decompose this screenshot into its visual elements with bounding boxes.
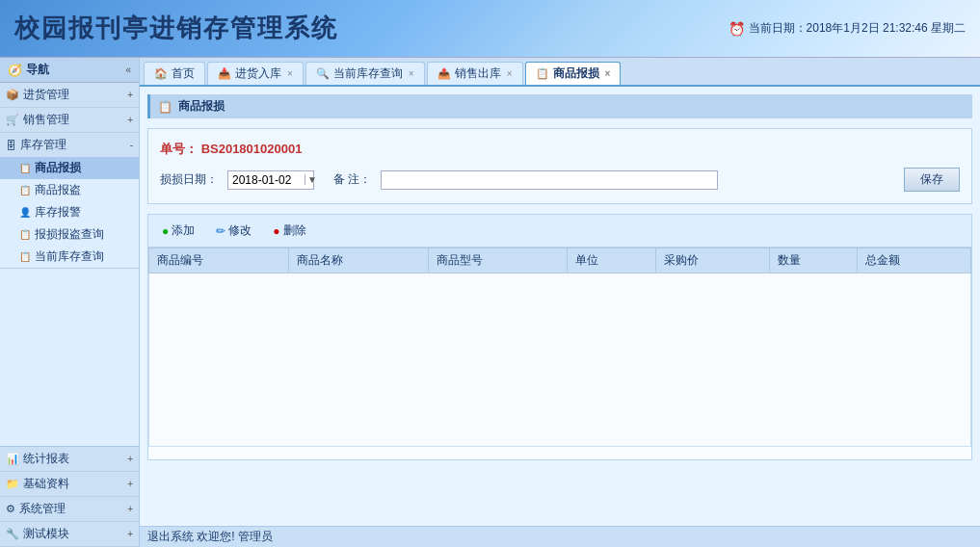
col-product-model: 商品型号 (428, 248, 568, 274)
col-unit: 单位 (568, 248, 655, 274)
order-number-value: BS201801020001 (201, 142, 303, 156)
damage-tab-icon: 📋 (536, 67, 549, 80)
tab-sales-out[interactable]: 📤 销售出库 × (427, 62, 523, 85)
alert-item-label: 库存报警 (35, 204, 81, 221)
damage-tab-close[interactable]: × (605, 68, 611, 79)
table-container: 商品编号 商品名称 商品型号 单位 采购价 数量 总金额 (148, 247, 971, 459)
table-header: 商品编号 商品名称 商品型号 单位 采购价 数量 总金额 (149, 248, 971, 274)
date-input-wrapper: ▼ (227, 170, 314, 190)
sidebar-group-title-test: 🔧 测试模块 (6, 526, 69, 542)
sidebar-item-theft[interactable]: 📋 商品报盗 (0, 179, 139, 201)
stock-query-label: 当前库存查询 (35, 248, 104, 265)
sidebar-group-title-statistics: 📊 统计报表 (6, 451, 69, 467)
main-layout: 🧭 导航 « 📦 进货管理 + 🛒 (0, 58, 980, 547)
delete-label: 删除 (283, 222, 306, 239)
sidebar-item-alert[interactable]: 👤 库存报警 (0, 201, 139, 223)
purchase-group-label: 进货管理 (23, 87, 69, 103)
sidebar-group-header-basic[interactable]: 📁 基础资料 + (0, 472, 139, 496)
edit-label: 修改 (228, 222, 252, 239)
header: 校园报刊亭进销存管理系统 ⏰ 当前日期：2018年1月2日 21:32:46 星… (0, 0, 980, 58)
table-toolbar: ● 添加 ✏ 修改 ● 删除 (148, 215, 971, 247)
col-product-code: 商品编号 (149, 248, 289, 274)
sales-out-tab-label: 销售出库 (455, 65, 501, 82)
basic-group-icon: 📁 (6, 478, 19, 490)
sidebar-group-header-purchase[interactable]: 📦 进货管理 + (0, 83, 139, 107)
stock-check-tab-label: 当前库存查询 (333, 65, 403, 82)
statistics-group-icon: 📊 (6, 453, 19, 465)
col-total-amount: 总金额 (857, 248, 970, 274)
tab-home[interactable]: 🏠 首页 (144, 62, 205, 85)
add-icon: ● (162, 224, 169, 238)
sidebar: 🧭 导航 « 📦 进货管理 + 🛒 (0, 58, 140, 547)
date-input[interactable] (232, 173, 305, 187)
system-group-icon: ⚙ (6, 503, 15, 515)
purchase-group-icon: 📦 (6, 89, 19, 101)
theft-item-label: 商品报盗 (35, 182, 81, 198)
sidebar-item-stock-query[interactable]: 📋 当前库存查询 (0, 246, 139, 268)
sidebar-group-title-basic: 📁 基础资料 (6, 476, 69, 492)
test-expand-icon[interactable]: + (127, 529, 133, 539)
basic-expand-icon[interactable]: + (127, 479, 133, 489)
sales-expand-icon[interactable]: + (127, 115, 133, 125)
sidebar-group-header-test[interactable]: 🔧 测试模块 + (0, 522, 139, 546)
tab-damage-report[interactable]: 📋 商品报损 × (525, 62, 622, 85)
home-tab-icon: 🏠 (154, 67, 168, 80)
sidebar-item-damage[interactable]: 📋 商品报损 (0, 157, 139, 179)
app-title: 校园报刊亭进销存管理系统 (14, 12, 338, 45)
sidebar-group-header-system[interactable]: ⚙ 系统管理 + (0, 497, 139, 521)
data-table: 商品编号 商品名称 商品型号 单位 采购价 数量 总金额 (148, 247, 971, 447)
statistics-expand-icon[interactable]: + (127, 454, 133, 464)
add-button[interactable]: ● 添加 (156, 221, 200, 241)
sidebar-group-title-system: ⚙ 系统管理 (6, 501, 66, 517)
sidebar-group-header-inventory[interactable]: 🗄 库存管理 - (0, 133, 139, 157)
sidebar-item-damage-query[interactable]: 📋 报损报盗查询 (0, 223, 139, 246)
purchase-expand-icon[interactable]: + (127, 90, 133, 100)
stock-check-tab-close[interactable]: × (409, 68, 414, 79)
sales-out-tab-close[interactable]: × (507, 68, 513, 79)
add-label: 添加 (172, 222, 195, 239)
form-card: 单号： BS201801020001 损损日期： ▼ 备 注： 保存 (147, 128, 972, 204)
section-header: 📋 商品报损 (147, 94, 972, 118)
inventory-expand-icon[interactable]: - (130, 140, 133, 150)
status-text: 退出系统 欢迎您! 管理员 (147, 529, 273, 545)
inventory-group-icon: 🗄 (6, 140, 16, 151)
system-expand-icon[interactable]: + (127, 504, 133, 514)
damage-query-label: 报损报盗查询 (35, 226, 104, 243)
col-product-name: 商品名称 (288, 248, 428, 274)
datetime-display: ⏰ 当前日期：2018年1月2日 21:32:46 星期二 (728, 20, 966, 37)
purchase-in-tab-close[interactable]: × (287, 68, 293, 79)
sales-out-tab-icon: 📤 (437, 67, 451, 80)
table-card: ● 添加 ✏ 修改 ● 删除 (147, 214, 972, 460)
col-purchase-price: 采购价 (655, 248, 769, 274)
delete-button[interactable]: ● 删除 (267, 221, 311, 241)
sidebar-group-test: 🔧 测试模块 + (0, 522, 139, 547)
table-header-row: 商品编号 商品名称 商品型号 单位 采购价 数量 总金额 (149, 248, 971, 274)
status-bar: 退出系统 欢迎您! 管理员 (140, 526, 980, 547)
edit-icon: ✏ (216, 224, 225, 238)
sidebar-collapse-icon[interactable]: « (125, 65, 131, 75)
page-content: 📋 商品报损 单号： BS201801020001 损损日期： ▼ 备 注： (140, 87, 980, 526)
save-button[interactable]: 保存 (904, 168, 960, 192)
purchase-in-tab-icon: 📥 (218, 67, 231, 80)
nav-label: 导航 (26, 62, 49, 78)
inventory-group-label: 库存管理 (20, 137, 66, 153)
sidebar-group-header-statistics[interactable]: 📊 统计报表 + (0, 447, 139, 471)
sidebar-group-header-sales[interactable]: 🛒 销售管理 + (0, 108, 139, 132)
date-picker-button[interactable]: ▼ (305, 174, 317, 185)
edit-button[interactable]: ✏ 修改 (210, 221, 257, 241)
sidebar-group-inventory: 🗄 库存管理 - 📋 商品报损 📋 商品报盗 👤 库存报警 (0, 133, 139, 269)
sidebar-group-basic: 📁 基础资料 + (0, 472, 139, 497)
note-input[interactable] (381, 170, 718, 190)
sales-group-label: 销售管理 (23, 112, 69, 128)
tab-purchase-in[interactable]: 📥 进货入库 × (207, 62, 304, 85)
sidebar-group-purchase: 📦 进货管理 + (0, 83, 139, 108)
test-group-icon: 🔧 (6, 528, 19, 540)
stock-check-tab-icon: 🔍 (316, 67, 330, 80)
system-group-label: 系统管理 (19, 501, 66, 517)
section-header-icon: 📋 (158, 100, 172, 114)
datetime-text: 当前日期：2018年1月2日 21:32:46 星期二 (749, 20, 966, 37)
alert-item-icon: 👤 (19, 207, 31, 218)
table-body (149, 274, 971, 447)
tab-stock-check[interactable]: 🔍 当前库存查询 × (305, 62, 425, 85)
sidebar-group-sales: 🛒 销售管理 + (0, 108, 139, 133)
